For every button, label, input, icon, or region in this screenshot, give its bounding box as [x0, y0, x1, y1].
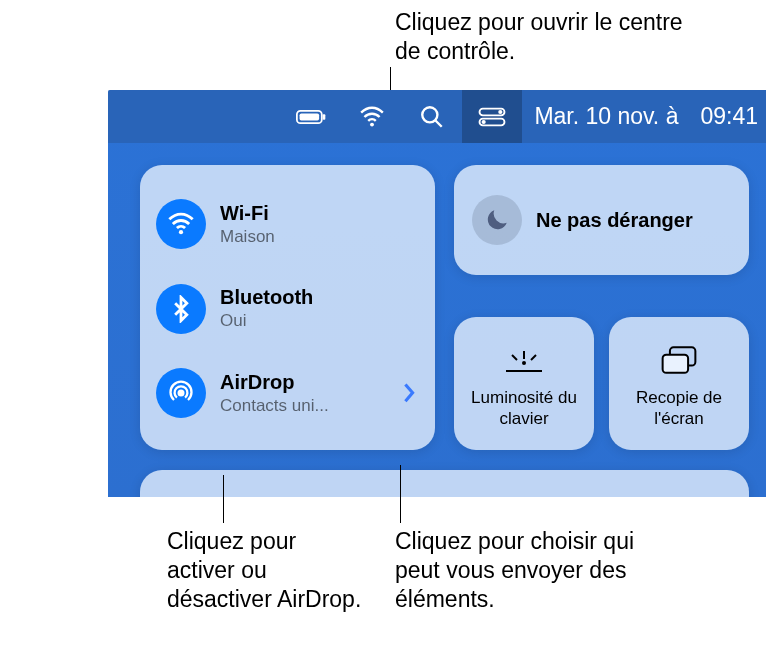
screen-mirroring-icon	[659, 338, 699, 384]
svg-rect-1	[323, 114, 326, 119]
airdrop-icon	[156, 368, 206, 418]
bluetooth-status: Oui	[220, 311, 313, 331]
svg-rect-13	[663, 355, 688, 373]
do-not-disturb-toggle[interactable]: Ne pas déranger	[454, 165, 749, 275]
wifi-toggle[interactable]: Wi-Fi Maison	[156, 183, 425, 265]
svg-point-11	[522, 361, 526, 365]
callout-text-airdrop-toggle: Cliquez pour activer ou désactiver AirDr…	[167, 527, 367, 613]
wifi-icon	[156, 199, 206, 249]
wifi-network-name: Maison	[220, 227, 275, 247]
keyboard-brightness-icon	[502, 338, 546, 384]
svg-point-3	[370, 122, 374, 126]
dnd-label: Ne pas déranger	[536, 208, 693, 232]
keyboard-brightness-button[interactable]: Luminosité du clavier	[454, 317, 594, 450]
battery-icon[interactable]	[282, 101, 342, 133]
svg-point-9	[179, 230, 183, 234]
svg-point-10	[178, 390, 185, 397]
screenshot-frame: Mar. 10 nov. à 09:41 Wi-Fi Maison	[108, 90, 766, 497]
svg-point-6	[499, 109, 503, 113]
wifi-label: Wi-Fi	[220, 202, 275, 225]
menubar-date[interactable]: Mar. 10 nov. à	[534, 103, 678, 130]
callout-text-open-cc: Cliquez pour ouvrir le centre de contrôl…	[395, 8, 695, 66]
bluetooth-icon	[156, 284, 206, 334]
display-card-partial	[140, 470, 749, 497]
screen-mirroring-label: Recopie de l'écran	[609, 388, 749, 429]
network-card: Wi-Fi Maison Bluetooth Oui	[140, 165, 435, 450]
spotlight-icon[interactable]	[402, 104, 462, 130]
bluetooth-label: Bluetooth	[220, 286, 313, 309]
control-center-menubar-icon[interactable]	[462, 90, 522, 143]
chevron-right-icon[interactable]	[401, 381, 417, 405]
control-center-panel: Wi-Fi Maison Bluetooth Oui	[140, 165, 766, 497]
wifi-menubar-icon[interactable]	[342, 104, 402, 130]
callout-text-airdrop-choose: Cliquez pour choisir qui peut vous envoy…	[395, 527, 675, 613]
svg-point-4	[423, 107, 438, 122]
svg-rect-2	[300, 113, 320, 120]
menubar: Mar. 10 nov. à 09:41	[108, 90, 766, 143]
moon-icon	[472, 195, 522, 245]
screen-mirroring-button[interactable]: Recopie de l'écran	[609, 317, 749, 450]
airdrop-toggle[interactable]: AirDrop Contacts uni...	[156, 352, 425, 434]
airdrop-status: Contacts uni...	[220, 396, 329, 416]
keyboard-brightness-label: Luminosité du clavier	[454, 388, 594, 429]
callout-line-br	[400, 465, 401, 523]
menubar-time[interactable]: 09:41	[700, 103, 758, 130]
callout-line-bl	[223, 475, 224, 523]
bluetooth-toggle[interactable]: Bluetooth Oui	[156, 268, 425, 350]
airdrop-label: AirDrop	[220, 371, 329, 394]
svg-point-8	[482, 119, 486, 123]
